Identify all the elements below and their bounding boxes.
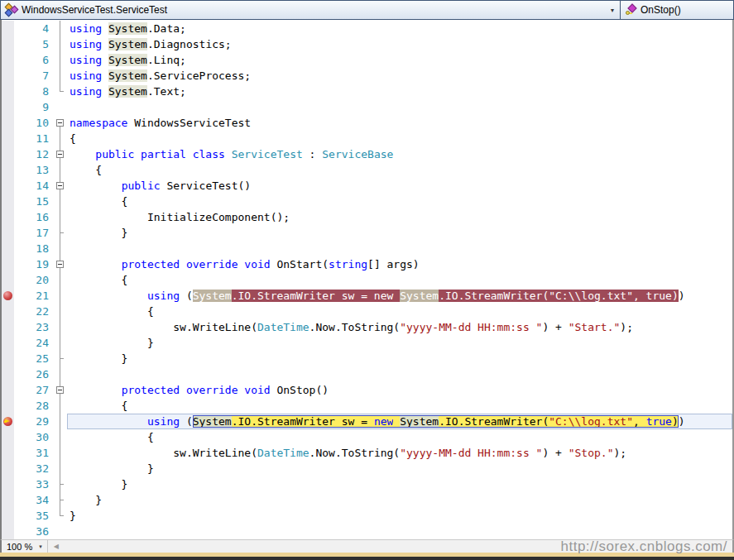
breakpoint-gutter-cell[interactable] xyxy=(2,256,14,272)
current-statement-icon[interactable] xyxy=(3,417,12,426)
breakpoint-gutter-cell[interactable] xyxy=(2,225,14,241)
code-line: 35} xyxy=(2,508,732,524)
code-text[interactable]: } xyxy=(67,461,732,476)
code-text[interactable]: } xyxy=(67,476,732,492)
breakpoint-gutter-cell[interactable] xyxy=(2,335,14,351)
breakpoint-gutter-cell[interactable] xyxy=(2,492,14,508)
type-dropdown[interactable]: WindowsServiceTest.ServiceTest ▾ xyxy=(1,1,621,19)
breakpoint-gutter-cell[interactable] xyxy=(2,162,14,178)
code-text[interactable]: { xyxy=(67,304,732,319)
breakpoint-gutter-cell[interactable] xyxy=(2,84,14,99)
code-text[interactable]: protected override void OnStart(string[]… xyxy=(67,256,732,272)
collapse-icon[interactable] xyxy=(56,386,64,394)
code-text[interactable]: } xyxy=(67,351,732,366)
code-text[interactable] xyxy=(67,366,732,382)
code-text[interactable]: { xyxy=(67,131,732,146)
code-line: 28 { xyxy=(2,398,732,414)
line-number: 18 xyxy=(14,241,53,256)
code-text[interactable]: using System.ServiceProcess; xyxy=(67,68,732,84)
breakpoint-gutter-cell[interactable] xyxy=(2,36,14,52)
code-text[interactable] xyxy=(67,524,732,539)
breakpoint-gutter-cell[interactable] xyxy=(2,99,14,115)
code-text[interactable]: sw.WriteLine(DateTime.Now.ToString("yyyy… xyxy=(67,319,732,335)
collapse-icon[interactable] xyxy=(56,182,64,189)
code-text[interactable]: sw.WriteLine(DateTime.Now.ToString("yyyy… xyxy=(67,445,732,461)
code-line: 34 } xyxy=(2,492,732,508)
breakpoint-gutter-cell[interactable] xyxy=(2,131,14,146)
collapse-icon[interactable] xyxy=(56,119,64,127)
code-text[interactable]: { xyxy=(67,194,732,209)
breakpoint-gutter-cell[interactable] xyxy=(2,146,14,162)
breakpoint-gutter-cell[interactable] xyxy=(2,272,14,288)
code-text[interactable]: } xyxy=(67,492,732,508)
breakpoint-gutter-cell[interactable] xyxy=(2,241,14,256)
breakpoint-gutter-cell[interactable] xyxy=(2,52,14,68)
breakpoint-gutter-cell[interactable] xyxy=(2,115,14,131)
member-dropdown[interactable]: OnStop() xyxy=(621,1,733,19)
outline-margin-cell xyxy=(53,524,67,539)
code-text[interactable]: using System.Linq; xyxy=(67,52,732,68)
line-number: 25 xyxy=(14,351,53,366)
breakpoint-gutter-cell[interactable] xyxy=(2,461,14,476)
breakpoint-gutter-cell[interactable] xyxy=(2,524,14,539)
breakpoint-gutter-cell[interactable] xyxy=(2,366,14,382)
chevron-down-icon[interactable]: ▾ xyxy=(611,7,616,14)
code-text[interactable]: protected override void OnStop() xyxy=(67,382,732,398)
breakpoint-icon[interactable] xyxy=(3,291,12,300)
line-number: 27 xyxy=(14,382,53,398)
breakpoint-gutter-cell[interactable] xyxy=(2,178,14,194)
breakpoint-gutter-cell[interactable] xyxy=(2,21,14,36)
breakpoint-gutter-cell[interactable] xyxy=(2,429,14,445)
code-text[interactable]: { xyxy=(67,162,732,178)
code-text[interactable]: InitializeComponent(); xyxy=(67,209,732,225)
line-number: 28 xyxy=(14,398,53,414)
outline-margin-cell xyxy=(53,84,67,99)
code-line: 7using System.ServiceProcess; xyxy=(2,68,732,84)
breakpoint-gutter-cell[interactable] xyxy=(2,209,14,225)
breakpoint-gutter-cell[interactable] xyxy=(2,414,14,429)
code-text[interactable]: using (System.IO.StreamWriter sw = new S… xyxy=(67,414,732,429)
code-text[interactable] xyxy=(67,241,732,256)
code-text[interactable]: using System.Diagnostics; xyxy=(67,36,732,52)
breakpoint-gutter-cell[interactable] xyxy=(2,382,14,398)
breakpoint-gutter-cell[interactable] xyxy=(2,476,14,492)
code-text[interactable]: public partial class ServiceTest : Servi… xyxy=(67,146,732,162)
collapse-icon[interactable] xyxy=(56,261,64,268)
code-text[interactable]: public ServiceTest() xyxy=(67,178,732,194)
breakpoint-gutter-cell[interactable] xyxy=(2,194,14,209)
code-line: 15 { xyxy=(2,194,732,209)
breakpoint-gutter-cell[interactable] xyxy=(2,508,14,524)
code-text[interactable]: using (System.IO.StreamWriter sw = new S… xyxy=(67,288,732,304)
code-text[interactable]: { xyxy=(67,272,732,288)
line-number: 33 xyxy=(14,476,53,492)
code-text[interactable]: } xyxy=(67,508,732,524)
breakpoint-gutter-cell[interactable] xyxy=(2,398,14,414)
breakpoint-gutter-cell[interactable] xyxy=(2,304,14,319)
code-text[interactable]: } xyxy=(67,225,732,241)
outline-margin-cell xyxy=(53,36,67,52)
code-text[interactable]: { xyxy=(67,398,732,414)
outline-margin-cell xyxy=(53,304,67,319)
code-text[interactable]: } xyxy=(67,335,732,351)
code-text[interactable]: using System.Data; xyxy=(67,21,732,36)
code-line: 13 { xyxy=(2,162,732,178)
code-area[interactable]: 4using System.Data;5using System.Diagnos… xyxy=(0,20,734,539)
collapse-icon[interactable] xyxy=(56,151,64,158)
outline-margin-cell xyxy=(53,429,67,445)
breakpoint-gutter-cell[interactable] xyxy=(2,288,14,304)
zoom-select[interactable]: 100 % ▾ xyxy=(2,540,47,553)
code-line: 14 public ServiceTest() xyxy=(2,178,732,194)
breakpoint-gutter-cell[interactable] xyxy=(2,68,14,84)
outline-margin-cell xyxy=(53,414,67,429)
code-text[interactable]: using System.Text; xyxy=(67,84,732,99)
scrollbar-left-arrow-icon[interactable]: ◀ xyxy=(48,543,59,550)
breakpoint-gutter-cell[interactable] xyxy=(2,319,14,335)
line-number: 4 xyxy=(14,21,53,36)
code-text[interactable]: { xyxy=(67,429,732,445)
breakpoint-gutter-cell[interactable] xyxy=(2,445,14,461)
outline-margin-cell xyxy=(53,398,67,414)
code-text[interactable] xyxy=(67,99,732,115)
line-number: 24 xyxy=(14,335,53,351)
code-text[interactable]: namespace WindowsServiceTest xyxy=(67,115,732,131)
breakpoint-gutter-cell[interactable] xyxy=(2,351,14,366)
